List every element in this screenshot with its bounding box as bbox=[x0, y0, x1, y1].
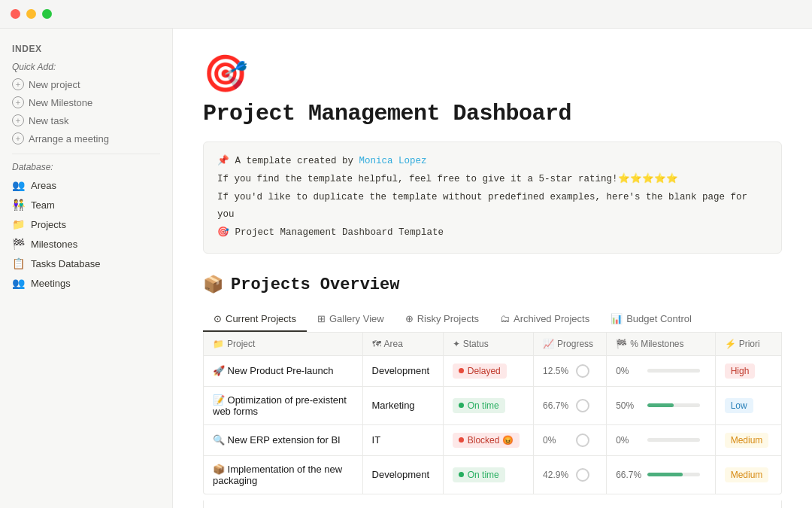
cell-area: Development bbox=[362, 355, 443, 386]
projects-table-container: 📁Project 🗺Area ✦Status 📈Progress 🏁% Mile… bbox=[203, 333, 782, 494]
sidebar-divider bbox=[12, 154, 160, 154]
tab-archived-projects[interactable]: 🗂 Archived Projects bbox=[489, 307, 600, 332]
team-icon: 👫 bbox=[12, 199, 25, 211]
maximize-button[interactable] bbox=[42, 9, 52, 19]
milestones-bar-bg bbox=[647, 473, 700, 476]
cell-milestones: 0% bbox=[607, 424, 716, 455]
cell-status: Blocked 😡 bbox=[443, 424, 533, 455]
cell-area: Marketing bbox=[362, 386, 443, 424]
sidebar: INDEX Quick Add: + New project + New Mil… bbox=[0, 29, 173, 508]
status-dot bbox=[459, 403, 464, 408]
projects-count-row: COUNT 4 bbox=[203, 500, 782, 508]
milestones-icon: 🏁 bbox=[12, 238, 25, 250]
progress-circle bbox=[576, 399, 589, 412]
cell-priority: Medium bbox=[715, 455, 781, 494]
priority-badge: High bbox=[725, 364, 756, 379]
cell-project: 📝 Optimization of pre-existent web forms bbox=[204, 386, 362, 424]
sidebar-item-team[interactable]: 👫 Team bbox=[6, 195, 166, 214]
meetings-icon: 👥 bbox=[12, 277, 25, 289]
milestones-bar-bg bbox=[647, 438, 700, 442]
cell-project: 📦 Implementation of the new packaging bbox=[204, 455, 362, 494]
sidebar-database-label: Database: bbox=[6, 160, 166, 175]
priority-badge: Medium bbox=[725, 433, 769, 448]
cell-progress: 66.7% bbox=[534, 386, 607, 424]
minimize-button[interactable] bbox=[26, 9, 36, 19]
areas-icon: 👥 bbox=[12, 179, 25, 191]
cell-milestones: 50% bbox=[607, 386, 716, 424]
tab-risky-projects[interactable]: ⊕ Risky Projects bbox=[395, 307, 489, 332]
milestones-value: 0% bbox=[616, 435, 643, 446]
cell-project: 🔍 New ERP extension for BI bbox=[204, 424, 362, 455]
progress-value: 12.5% bbox=[543, 366, 570, 376]
progress-value: 42.9% bbox=[543, 470, 570, 480]
status-badge: On time bbox=[453, 398, 505, 413]
progress-value: 66.7% bbox=[543, 400, 570, 411]
sidebar-item-milestones[interactable]: 🏁 Milestones bbox=[6, 234, 166, 254]
sidebar-new-task[interactable]: + New task bbox=[6, 111, 166, 129]
current-projects-tab-icon: ⊙ bbox=[214, 313, 222, 324]
col-progress: 📈Progress bbox=[534, 333, 607, 356]
cell-milestones: 66.7% bbox=[607, 455, 716, 494]
add-icon: + bbox=[12, 114, 24, 126]
sidebar-item-areas[interactable]: 👥 Areas bbox=[6, 175, 166, 195]
cell-status: On time bbox=[443, 455, 533, 494]
priority-badge: Medium bbox=[725, 467, 769, 482]
sidebar-item-meetings[interactable]: 👥 Meetings bbox=[6, 273, 166, 293]
status-dot bbox=[459, 472, 464, 477]
projects-icon: 📦 bbox=[203, 275, 223, 295]
status-dot bbox=[459, 368, 464, 373]
progress-circle bbox=[576, 364, 589, 378]
progress-circle bbox=[576, 433, 589, 447]
projects-table: 📁Project 🗺Area ✦Status 📈Progress 🏁% Mile… bbox=[204, 333, 781, 494]
sidebar-new-project[interactable]: + New project bbox=[6, 75, 166, 93]
table-row[interactable]: 📦 Implementation of the new packagingDev… bbox=[204, 455, 781, 494]
milestones-value: 50% bbox=[616, 400, 643, 411]
status-badge: Blocked 😡 bbox=[453, 433, 520, 448]
info-line-4: 🎯 Project Management Dashboard Template bbox=[217, 224, 768, 242]
cell-priority: High bbox=[715, 355, 781, 386]
milestones-bar-fill bbox=[647, 403, 674, 407]
priority-badge: Low bbox=[725, 398, 753, 413]
info-line-2: If you find the template helpful, feel f… bbox=[217, 171, 768, 189]
col-area: 🗺Area bbox=[362, 333, 443, 356]
table-row[interactable]: 📝 Optimization of pre-existent web forms… bbox=[204, 386, 781, 424]
sidebar-index-title: INDEX bbox=[6, 41, 166, 57]
cell-progress: 0% bbox=[534, 424, 607, 455]
info-line-3: If you'd like to duplicate the template … bbox=[217, 189, 768, 225]
col-milestones: 🏁% Milestones bbox=[607, 333, 716, 356]
cell-area: IT bbox=[362, 424, 443, 455]
sidebar-new-milestone[interactable]: + New Milestone bbox=[6, 93, 166, 111]
cell-milestones: 0% bbox=[607, 355, 716, 386]
sidebar-arrange-meeting[interactable]: + Arrange a meeting bbox=[6, 129, 166, 148]
projects-overview-title: 📦 Projects Overview bbox=[203, 275, 782, 295]
titlebar bbox=[0, 0, 812, 29]
table-row[interactable]: 🔍 New ERP extension for BIITBlocked 😡0%0… bbox=[204, 424, 781, 455]
table-row[interactable]: 🚀 New Product Pre-launchDevelopmentDelay… bbox=[204, 355, 781, 386]
projects-icon: 📁 bbox=[12, 218, 25, 230]
close-button[interactable] bbox=[11, 9, 20, 19]
sidebar-item-projects[interactable]: 📁 Projects bbox=[6, 214, 166, 234]
status-dot bbox=[459, 437, 464, 443]
milestones-value: 0% bbox=[616, 366, 643, 376]
cell-progress: 42.9% bbox=[534, 455, 607, 494]
main-content: 🎯 Project Management Dashboard 📌 A templ… bbox=[173, 29, 812, 508]
milestones-bar-bg bbox=[647, 369, 700, 373]
sidebar-quick-add-label: Quick Add: bbox=[6, 60, 166, 75]
tab-gallery-view[interactable]: ⊞ Gallery View bbox=[307, 307, 395, 332]
page-icon: 🎯 bbox=[203, 53, 782, 95]
tab-current-projects[interactable]: ⊙ Current Projects bbox=[203, 307, 307, 332]
milestones-bar-fill bbox=[647, 473, 683, 476]
cell-status: Delayed bbox=[443, 355, 533, 386]
page-title: Project Management Dashboard bbox=[203, 101, 782, 126]
info-line-1: 📌 A template created by Monica Lopez bbox=[217, 153, 768, 171]
sidebar-item-tasks[interactable]: 📋 Tasks Database bbox=[6, 254, 166, 273]
tab-budget-control[interactable]: 📊 Budget Control bbox=[600, 307, 702, 332]
info-box: 📌 A template created by Monica Lopez If … bbox=[203, 141, 782, 254]
cell-priority: Medium bbox=[715, 424, 781, 455]
status-badge: On time bbox=[453, 467, 505, 482]
milestones-value: 66.7% bbox=[616, 470, 643, 480]
col-project: 📁Project bbox=[204, 333, 362, 356]
progress-value: 0% bbox=[543, 435, 570, 446]
projects-tabs: ⊙ Current Projects ⊞ Gallery View ⊕ Risk… bbox=[203, 307, 782, 333]
col-priority: ⚡Priori bbox=[715, 333, 781, 356]
